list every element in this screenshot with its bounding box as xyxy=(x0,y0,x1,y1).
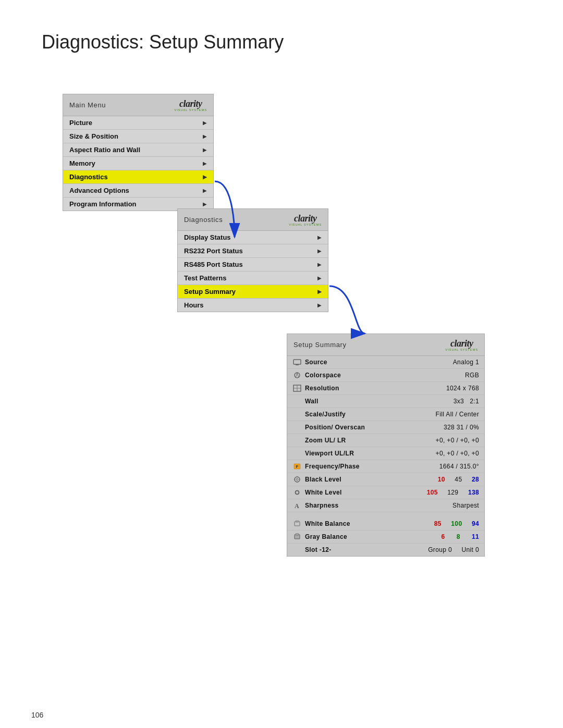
black-level-red: 10 xyxy=(438,476,445,483)
setup-row-white-level: White Level 105 129 138 xyxy=(287,486,484,499)
arrow-icon: ▶ xyxy=(317,289,322,294)
menu-item-size-position[interactable]: Size & Position ▶ xyxy=(63,130,213,143)
svg-point-11 xyxy=(296,478,298,480)
menu-item-setup-summary[interactable]: Setup Summary ▶ xyxy=(178,285,328,299)
sharpness-value: Sharpest xyxy=(452,502,479,509)
svg-rect-22 xyxy=(296,534,299,535)
gray-balance-value: 6 8 11 xyxy=(441,533,479,540)
arrow-icon: ▶ xyxy=(203,133,207,139)
menu-item-advanced-options[interactable]: Advanced Options ▶ xyxy=(63,184,213,198)
setup-row-black-level: Black Level 10 45 28 xyxy=(287,473,484,486)
gb-red: 6 xyxy=(441,533,445,540)
arrow-icon: ▶ xyxy=(317,302,322,308)
colorspace-label: Colorspace xyxy=(305,372,465,379)
colorspace-value: RGB xyxy=(465,372,479,379)
black-level-label: Black Level xyxy=(305,476,438,483)
menu-item-rs232[interactable]: RS232 Port Status ▶ xyxy=(178,244,328,258)
white-level-green: 129 xyxy=(447,489,458,496)
slot-value: Group 0 Unit 0 xyxy=(428,546,479,553)
arrow-icon: ▶ xyxy=(203,174,207,180)
frequency-label: Frequency/Phase xyxy=(305,463,439,470)
source-value: Analog 1 xyxy=(453,359,479,366)
scale-value: Fill All / Center xyxy=(436,411,479,418)
setup-row-colorspace: Colorspace RGB xyxy=(287,369,484,382)
setup-row-wall: Wall 3x3 2:1 xyxy=(287,395,484,408)
setup-summary-header: Setup Summary clarity VISUAL SYSTEMS xyxy=(287,334,484,356)
menu-item-aspect-ratio[interactable]: Aspect Ratio and Wall ▶ xyxy=(63,143,213,157)
setup-row-gray-balance: Gray Balance 6 8 11 xyxy=(287,530,484,544)
menu-item-memory[interactable]: Memory ▶ xyxy=(63,157,213,170)
arrow-icon: ▶ xyxy=(317,248,322,254)
svg-rect-1 xyxy=(296,364,299,365)
slot-spacer xyxy=(292,545,302,554)
wall-value: 3x3 2:1 xyxy=(454,398,479,405)
arrow-icon: ▶ xyxy=(203,147,207,153)
position-spacer xyxy=(292,423,302,432)
setup-row-viewport: Viewport UL/LR +0, +0 / +0, +0 xyxy=(287,447,484,460)
scale-label: Scale/Justify xyxy=(305,411,436,418)
setup-row-position: Position/ Overscan 328 31 / 0% xyxy=(287,421,484,434)
svg-rect-0 xyxy=(293,360,301,364)
arrow-icon: ▶ xyxy=(203,201,207,207)
menu-item-diagnostics[interactable]: Diagnostics ▶ xyxy=(63,170,213,184)
black-level-value: 10 45 28 xyxy=(438,476,479,483)
slot-label: Slot -12- xyxy=(305,546,428,553)
white-balance-value: 85 100 94 xyxy=(434,520,479,527)
main-menu-logo: clarity VISUAL SYSTEMS xyxy=(174,98,207,112)
setup-row-frequency: F Frequency/Phase 1664 / 315.0° xyxy=(287,460,484,473)
setup-summary-title: Setup Summary xyxy=(293,341,347,349)
diagnostics-menu-header: Diagnostics clarity VISUAL SYSTEMS xyxy=(178,209,328,231)
setup-row-resolution: Resolution 1024 x 768 xyxy=(287,382,484,395)
setup-row-source: Source Analog 1 xyxy=(287,356,484,369)
main-menu-panel: Main Menu clarity VISUAL SYSTEMS Picture… xyxy=(63,94,214,211)
setup-spacer xyxy=(287,512,484,517)
scale-spacer xyxy=(292,410,302,419)
menu-item-hours[interactable]: Hours ▶ xyxy=(178,299,328,312)
arrow-icon: ▶ xyxy=(317,235,322,240)
colorspace-icon xyxy=(292,371,302,380)
white-level-label: White Level xyxy=(305,489,427,496)
resolution-label: Resolution xyxy=(305,385,446,392)
wb-blue: 94 xyxy=(472,520,479,527)
setup-row-sharpness: A Sharpness Sharpest xyxy=(287,499,484,512)
white-level-blue: 138 xyxy=(468,489,479,496)
black-level-green: 45 xyxy=(455,476,462,483)
gb-blue: 11 xyxy=(472,533,479,540)
arrow-icon: ▶ xyxy=(203,120,207,126)
diagnostics-menu-panel: Diagnostics clarity VISUAL SYSTEMS Displ… xyxy=(177,208,328,312)
svg-text:F: F xyxy=(296,464,299,469)
arrow-icon: ▶ xyxy=(317,275,322,281)
resolution-icon xyxy=(292,384,302,393)
frequency-icon: F xyxy=(292,462,302,471)
page-title: Diagnostics: Setup Summary xyxy=(42,31,532,53)
diagnostics-menu-logo: clarity VISUAL SYSTEMS xyxy=(289,213,322,226)
menu-item-display-status[interactable]: Display Status ▶ xyxy=(178,231,328,244)
frequency-value: 1664 / 315.0° xyxy=(439,463,479,470)
setup-row-white-balance: White Balance 85 100 94 xyxy=(287,517,484,530)
black-level-blue: 28 xyxy=(472,476,479,483)
svg-point-17 xyxy=(296,491,298,493)
viewport-value: +0, +0 / +0, +0 xyxy=(436,450,479,457)
zoom-label: Zoom UL/ LR xyxy=(305,437,436,444)
white-level-red: 105 xyxy=(427,489,438,496)
setup-row-zoom: Zoom UL/ LR +0, +0 / +0, +0 xyxy=(287,434,484,447)
sharpness-icon: A xyxy=(292,501,302,510)
menu-item-rs485[interactable]: RS485 Port Status ▶ xyxy=(178,258,328,272)
gray-balance-icon xyxy=(292,532,302,541)
arrow-icon: ▶ xyxy=(203,188,207,193)
setup-row-slot: Slot -12- Group 0 Unit 0 xyxy=(287,544,484,556)
wb-green: 100 xyxy=(451,520,462,527)
menu-item-test-patterns[interactable]: Test Patterns ▶ xyxy=(178,272,328,285)
source-label: Source xyxy=(305,359,453,366)
monitor-icon xyxy=(292,357,302,367)
viewport-label: Viewport UL/LR xyxy=(305,450,436,457)
gray-balance-label: Gray Balance xyxy=(305,533,441,540)
menu-item-picture[interactable]: Picture ▶ xyxy=(63,116,213,130)
white-level-icon xyxy=(292,488,302,497)
sharpness-label: Sharpness xyxy=(305,502,452,509)
page-number: 106 xyxy=(31,711,43,719)
diagnostics-menu-title: Diagnostics xyxy=(184,216,223,224)
wall-spacer xyxy=(292,397,302,406)
gb-green: 8 xyxy=(457,533,460,540)
zoom-spacer xyxy=(292,436,302,445)
